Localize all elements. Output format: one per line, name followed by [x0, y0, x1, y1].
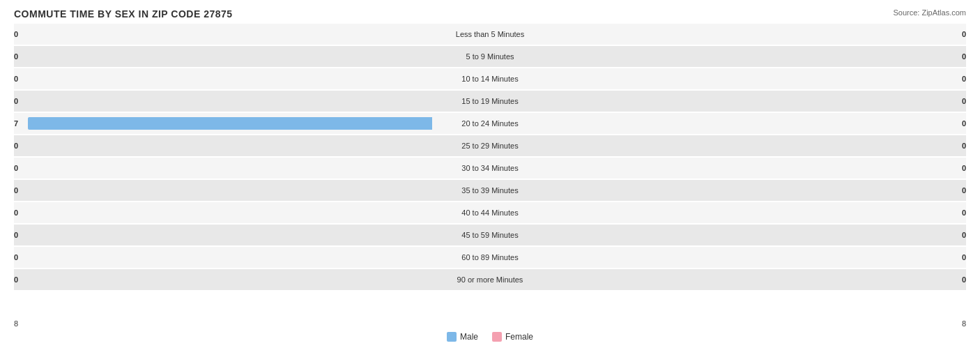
chart-title: COMMUTE TIME BY SEX IN ZIP CODE 27875 [14, 8, 966, 20]
male-value: 0 [14, 52, 18, 61]
right-side: 0 [548, 247, 966, 268]
right-side: 0 [548, 180, 966, 201]
bar-row: 0 60 to 89 Minutes 0 [14, 247, 966, 268]
row-label: 10 to 14 Minutes [432, 75, 548, 83]
right-side: 0 [548, 91, 966, 112]
chart-area: 0 Less than 5 Minutes 0 0 5 to 9 Minutes… [14, 24, 966, 317]
left-side: 0 [14, 202, 432, 223]
row-label: 15 to 19 Minutes [432, 97, 548, 105]
bar-row: 7 20 to 24 Minutes 0 [14, 113, 966, 134]
row-label: 40 to 44 Minutes [432, 208, 548, 217]
right-side: 0 [548, 135, 966, 156]
right-side: 0 [548, 225, 966, 245]
bar-row: 0 25 to 29 Minutes 0 [14, 135, 966, 156]
left-side: 0 [14, 269, 432, 290]
left-side: 0 [14, 135, 432, 156]
male-bar [28, 117, 432, 130]
left-side: 0 [14, 46, 432, 67]
female-value: 0 [962, 75, 966, 83]
right-side: 0 [548, 202, 966, 223]
left-side: 0 [14, 247, 432, 268]
male-value: 0 [14, 75, 18, 83]
male-value: 0 [14, 253, 18, 261]
female-value: 0 [962, 275, 966, 284]
female-value: 0 [962, 231, 966, 239]
legend-female-label: Female [505, 332, 533, 342]
axis-left: 8 [14, 319, 18, 328]
left-side: 7 [14, 113, 432, 134]
legend: Male Female [14, 332, 966, 342]
bar-row: 0 5 to 9 Minutes 0 [14, 46, 966, 67]
row-label: 20 to 24 Minutes [432, 119, 548, 128]
female-value: 0 [962, 30, 966, 38]
bar-row: 0 15 to 19 Minutes 0 [14, 91, 966, 112]
legend-female-box [492, 332, 502, 342]
row-label: 25 to 29 Minutes [432, 142, 548, 150]
female-value: 0 [962, 142, 966, 150]
bar-row: 0 45 to 59 Minutes 0 [14, 225, 966, 245]
male-value: 0 [14, 275, 18, 284]
row-label: 90 or more Minutes [432, 275, 548, 284]
row-label: Less than 5 Minutes [432, 30, 548, 38]
row-label: 45 to 59 Minutes [432, 231, 548, 239]
female-value: 0 [962, 208, 966, 217]
row-label: 60 to 89 Minutes [432, 253, 548, 261]
row-label: 30 to 34 Minutes [432, 164, 548, 172]
bar-row: 0 Less than 5 Minutes 0 [14, 24, 966, 45]
male-value: 0 [14, 97, 18, 105]
source-label: Source: ZipAtlas.com [893, 8, 966, 17]
bar-row: 0 35 to 39 Minutes 0 [14, 180, 966, 201]
male-value: 7 [14, 119, 18, 128]
axis-right: 8 [962, 319, 966, 328]
male-value: 0 [14, 164, 18, 172]
axis-labels: 8 8 [14, 319, 966, 328]
female-value: 0 [962, 164, 966, 172]
right-side: 0 [548, 24, 966, 45]
left-side: 0 [14, 24, 432, 45]
right-side: 0 [548, 158, 966, 179]
bar-row: 0 10 to 14 Minutes 0 [14, 68, 966, 89]
male-value: 0 [14, 30, 18, 38]
left-side: 0 [14, 68, 432, 89]
legend-male-label: Male [460, 332, 478, 342]
right-side: 0 [548, 113, 966, 134]
female-value: 0 [962, 253, 966, 261]
male-value: 0 [14, 186, 18, 195]
female-value: 0 [962, 97, 966, 105]
right-side: 0 [548, 46, 966, 67]
male-value: 0 [14, 208, 18, 217]
female-value: 0 [962, 52, 966, 61]
row-label: 35 to 39 Minutes [432, 186, 548, 195]
bar-row: 0 30 to 34 Minutes 0 [14, 158, 966, 179]
left-side: 0 [14, 158, 432, 179]
left-side: 0 [14, 225, 432, 245]
legend-male: Male [447, 332, 478, 342]
male-value: 0 [14, 231, 18, 239]
right-side: 0 [548, 68, 966, 89]
legend-female: Female [492, 332, 533, 342]
left-side: 0 [14, 180, 432, 201]
male-value: 0 [14, 142, 18, 150]
legend-male-box [447, 332, 457, 342]
female-value: 0 [962, 186, 966, 195]
bar-row: 0 40 to 44 Minutes 0 [14, 202, 966, 223]
bar-row: 0 90 or more Minutes 0 [14, 269, 966, 290]
right-side: 0 [548, 269, 966, 290]
left-side: 0 [14, 91, 432, 112]
female-value: 0 [962, 119, 966, 128]
row-label: 5 to 9 Minutes [432, 52, 548, 61]
chart-container: COMMUTE TIME BY SEX IN ZIP CODE 27875 So… [0, 0, 980, 364]
